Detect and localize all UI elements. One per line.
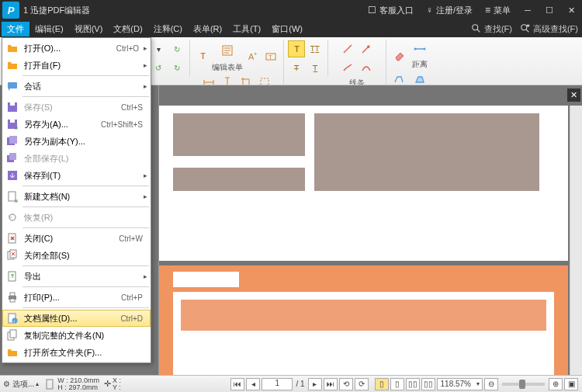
svg-text:T: T — [268, 54, 272, 61]
file-menu-item[interactable]: 打开(O)...Ctrl+O▸ — [2, 40, 151, 57]
menu-comment[interactable]: 注释(C) — [148, 22, 188, 36]
menu-separator — [23, 265, 149, 266]
menu-item-label: 会话 — [24, 81, 144, 92]
file-menu-item[interactable]: 复制完整的文件名(N) — [2, 327, 151, 344]
highlight-icon[interactable]: T — [288, 40, 305, 57]
layout-fcont-button[interactable]: ▯▯ — [421, 378, 435, 390]
saveall-icon — [5, 152, 19, 165]
zoom-slider[interactable] — [502, 383, 545, 386]
file-menu-item[interactable]: 会话▸ — [2, 78, 151, 95]
find-button[interactable]: 查找(F) — [467, 23, 516, 35]
menu-window[interactable]: 窗口(W) — [266, 22, 308, 36]
area-icon[interactable] — [411, 71, 428, 85]
dimension-h-icon[interactable] — [200, 74, 217, 85]
menu-view[interactable]: 视图(V) — [69, 22, 109, 36]
file-menu-item[interactable]: 打印(P)...Ctrl+P — [2, 289, 151, 306]
dimension-v-icon[interactable] — [219, 74, 236, 85]
last-page-button[interactable]: ⏭ — [324, 378, 338, 390]
crop-icon[interactable] — [237, 74, 255, 85]
menu-item-label: 打开所在文件夹(F)... — [24, 347, 147, 359]
curve-icon[interactable] — [358, 59, 375, 76]
eraser-icon[interactable] — [391, 47, 408, 64]
main-menu-link[interactable]: ≡菜单 — [479, 5, 517, 16]
menu-file[interactable]: 文件 — [2, 22, 29, 36]
folder-icon — [5, 59, 19, 71]
document-canvas[interactable]: ✕ — [159, 85, 582, 375]
page-size-icon — [43, 378, 56, 390]
pencil-icon[interactable] — [339, 59, 356, 76]
redo-icon[interactable]: ↻ — [168, 40, 185, 57]
strike-icon[interactable]: T̶ — [288, 59, 305, 76]
layout-single-button[interactable]: ▯ — [375, 378, 389, 390]
login-link[interactable]: ♀注册/登录 — [420, 5, 479, 16]
first-page-button[interactable]: ⏮ — [230, 378, 244, 390]
file-menu-item[interactable]: 另存为副本(Y)... — [2, 133, 151, 150]
maximize-button[interactable]: ☐ — [539, 0, 560, 20]
file-menu-item[interactable]: 新建文档(N)▸ — [2, 188, 151, 205]
next-page-button[interactable]: ▸ — [308, 378, 322, 390]
text-field-icon[interactable]: T — [262, 48, 279, 65]
distance-icon[interactable] — [411, 40, 428, 57]
file-menu-item[interactable]: 关闭全部(S) — [2, 247, 151, 264]
text-icon[interactable]: T — [194, 48, 211, 65]
file-menu-item[interactable]: 全部保存(L) — [2, 150, 151, 167]
edit-forms-icon[interactable] — [217, 40, 237, 61]
menu-document[interactable]: 文档(D) — [108, 22, 147, 36]
file-menu-item[interactable]: 打开所在文件夹(F)... — [2, 344, 151, 361]
savecopy-icon — [5, 135, 19, 147]
file-menu-item[interactable]: 保存(S)Ctrl+S — [2, 99, 151, 116]
zoom-plus-button[interactable]: ⊕ — [549, 378, 563, 390]
advanced-search-icon — [520, 23, 531, 34]
page-input[interactable]: 1 — [262, 378, 293, 390]
svg-point-43 — [423, 48, 425, 50]
snap-icon[interactable] — [256, 74, 273, 85]
fit-page-button[interactable]: ▣ — [564, 378, 578, 390]
zoom-minus-button[interactable]: ⊖ — [484, 378, 498, 390]
undo-icon[interactable]: ↺ — [150, 59, 167, 76]
chevron-down-icon[interactable]: ▾ — [150, 40, 167, 57]
reload-icon[interactable]: ↻ — [168, 59, 185, 76]
perimeter-icon[interactable] — [390, 71, 407, 85]
file-menu-item[interactable]: 关闭(C)Ctrl+W — [2, 230, 151, 247]
close-window-button[interactable]: ✕ — [560, 0, 582, 20]
add-text-icon[interactable]: A+ — [244, 48, 261, 65]
line-icon[interactable] — [339, 40, 356, 57]
underline-icon[interactable]: T̲ — [307, 59, 324, 76]
file-menu-item[interactable]: 打开自(F)▸ — [2, 57, 151, 74]
layout-cont-button[interactable]: ▯ — [390, 378, 404, 390]
vertical-scrollbar[interactable] — [570, 106, 582, 375]
file-menu-item[interactable]: 导出▸ — [2, 268, 151, 285]
gear-icon: ⚙ — [3, 380, 10, 388]
status-zoom-combo[interactable]: 118.57% — [437, 378, 483, 390]
nav-back-button[interactable]: ⟲ — [339, 378, 353, 390]
menu-tools[interactable]: 工具(T) — [227, 22, 266, 36]
page-2 — [159, 265, 568, 375]
file-menu-item[interactable]: i文档属性(D)...Ctrl+D — [2, 310, 151, 327]
submenu-arrow-icon: ▸ — [144, 172, 147, 179]
minimize-button[interactable]: ─ — [517, 0, 539, 20]
close-panel-icon[interactable]: ✕ — [567, 88, 580, 102]
prev-page-button[interactable]: ◂ — [246, 378, 260, 390]
layout-facing-button[interactable]: ▯▯ — [406, 378, 420, 390]
zoom-slider-thumb[interactable] — [519, 380, 525, 389]
revert-icon — [5, 211, 19, 224]
file-menu-dropdown: 打开(O)...Ctrl+O▸打开自(F)▸会话▸保存(S)Ctrl+S另存为(… — [2, 37, 151, 363]
saveto-icon — [5, 169, 19, 182]
file-menu-item[interactable]: 恢复(R) — [2, 209, 151, 226]
file-menu-item[interactable]: 保存到(T)▸ — [2, 167, 151, 184]
support-link[interactable]: ☐客服入口 — [362, 5, 420, 16]
nav-fwd-button[interactable]: ⟳ — [355, 378, 369, 390]
menu-item-label: 打开(O)... — [24, 43, 116, 54]
svg-rect-4 — [527, 25, 530, 27]
chat-icon — [5, 80, 19, 92]
tt-icon[interactable]: T̲T̲ — [307, 40, 324, 57]
adv-find-button[interactable]: 高级查找(F) — [516, 23, 582, 35]
menu-item-label: 导出 — [24, 271, 144, 283]
arrow-icon[interactable] — [358, 40, 375, 57]
options-button[interactable]: ⚙选项...▴ — [3, 379, 39, 390]
menu-edit[interactable]: 编辑(E) — [29, 22, 69, 36]
y-label: Y : — [113, 384, 121, 391]
file-menu-item[interactable]: 另存为(A)...Ctrl+Shift+S — [2, 116, 151, 133]
menu-forms[interactable]: 表单(R) — [188, 22, 227, 36]
svg-point-0 — [473, 25, 478, 30]
